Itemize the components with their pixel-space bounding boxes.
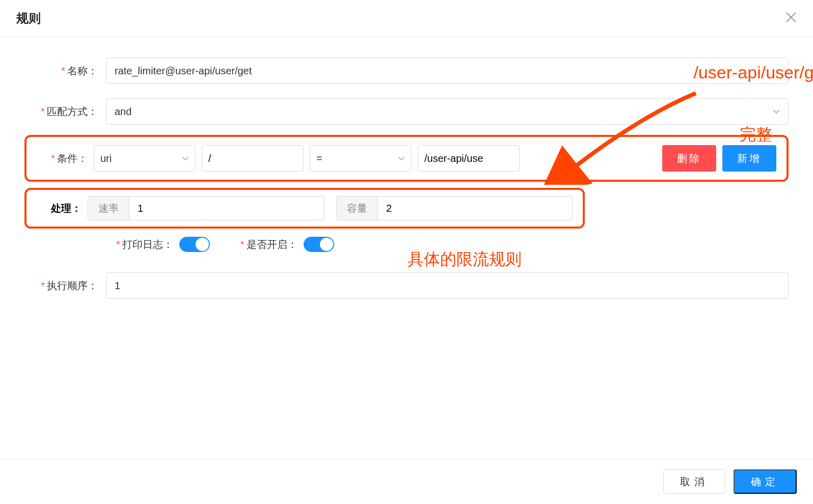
capacity-input[interactable] xyxy=(378,196,573,220)
capacity-group: 容量 xyxy=(336,196,573,220)
processing-row: 处理： 速率 容量 xyxy=(37,196,573,220)
switch-knob xyxy=(196,238,209,251)
order-control xyxy=(106,272,789,299)
log-switch-item: *打印日志： xyxy=(116,237,210,252)
add-button[interactable]: 新增 xyxy=(722,145,776,172)
conditions-box: *条件： uri = 删除 新增 xyxy=(24,135,789,182)
log-label: *打印日志： xyxy=(116,238,173,251)
condition-field-value: uri xyxy=(100,153,112,164)
name-row: *名称： xyxy=(24,58,789,84)
match-control: and xyxy=(106,98,789,125)
required-asterisk: * xyxy=(116,239,120,250)
name-label: *名称： xyxy=(24,64,106,78)
log-switch[interactable] xyxy=(179,237,210,252)
chevron-down-icon xyxy=(398,154,405,162)
required-asterisk: * xyxy=(51,153,55,164)
rate-group: 速率 xyxy=(88,196,324,220)
order-row: *执行顺序： xyxy=(24,272,789,299)
condition-path-input[interactable] xyxy=(202,145,304,172)
match-label: *匹配方式： xyxy=(24,105,106,119)
condition-row: *条件： uri = 删除 新增 xyxy=(37,145,776,172)
delete-button[interactable]: 删除 xyxy=(662,145,716,172)
enable-switch-item: *是否开启： xyxy=(240,237,334,252)
switches-row: *打印日志： *是否开启： xyxy=(24,237,789,252)
chevron-down-icon xyxy=(182,154,189,162)
required-asterisk: * xyxy=(61,65,65,76)
condition-field-select[interactable]: uri xyxy=(94,145,196,172)
match-row: *匹配方式： and xyxy=(24,98,789,125)
processing-box: 处理： 速率 容量 xyxy=(24,188,585,229)
order-label: *执行顺序： xyxy=(24,279,106,293)
modal-body: *名称： *匹配方式： and *条件： uri xyxy=(0,37,813,333)
name-control xyxy=(106,58,789,84)
required-asterisk: * xyxy=(41,280,45,291)
rate-label: 速率 xyxy=(88,196,129,220)
required-asterisk: * xyxy=(240,239,245,250)
condition-value-input[interactable] xyxy=(418,145,520,172)
enable-switch[interactable] xyxy=(304,237,334,252)
modal-title: 规则 xyxy=(16,10,41,26)
capacity-label: 容量 xyxy=(336,196,378,220)
order-input[interactable] xyxy=(106,272,789,299)
close-button[interactable] xyxy=(785,11,797,25)
match-select[interactable]: and xyxy=(106,98,789,125)
processing-label: 处理： xyxy=(37,202,88,215)
chevron-down-icon xyxy=(773,107,780,116)
required-asterisk: * xyxy=(41,106,45,117)
condition-op-select[interactable]: = xyxy=(310,145,412,172)
enable-label: *是否开启： xyxy=(240,238,297,251)
cancel-button[interactable]: 取消 xyxy=(663,469,725,494)
condition-label: *条件： xyxy=(37,152,88,165)
confirm-button[interactable]: 确定 xyxy=(734,469,797,494)
name-input[interactable] xyxy=(106,58,789,84)
match-value: and xyxy=(115,106,131,118)
switch-knob xyxy=(320,238,333,251)
modal-footer: 取消 确定 xyxy=(0,459,813,504)
condition-op-value: = xyxy=(316,153,322,164)
modal-header: 规则 xyxy=(0,0,813,37)
close-icon xyxy=(785,10,797,26)
rate-input[interactable] xyxy=(129,196,324,220)
